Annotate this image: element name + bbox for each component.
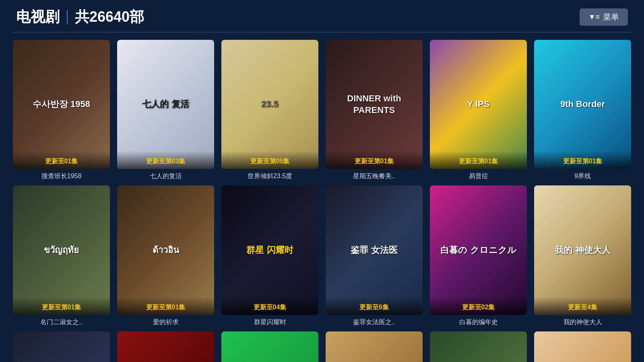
show-poster-7: ขวัญฤทัย更新至第01集 <box>13 185 110 315</box>
show-badge-9: 更新至04集 <box>221 297 318 315</box>
poster-overlay-8: ด้าวอิน <box>117 185 214 315</box>
show-poster-18: 心动 <box>534 331 631 362</box>
header-divider-line <box>12 32 632 33</box>
show-poster-9: 群星 闪耀时更新至04集 <box>221 185 318 315</box>
show-poster-12: 我的 神使大人更新至4集 <box>534 185 631 315</box>
poster-overlay-10: 鉴罪 女法医 <box>326 185 423 315</box>
poster-overlay-3: 23.5 <box>221 40 318 169</box>
show-card-11[interactable]: 白暮の クロニクル更新至02集白暮的编年史 <box>430 185 527 326</box>
show-card-9[interactable]: 群星 闪耀时更新至04集群星闪耀时 <box>221 185 318 326</box>
show-card-7[interactable]: ขวัญฤทัย更新至第01集名门二淑女之.. <box>13 185 110 326</box>
show-row-0: 수사반장 1958更新至01集搜查班长1958七人的 复活更新至第03集七人的复… <box>13 40 631 181</box>
show-poster-10: 鉴罪 女法医更新至6集 <box>326 185 423 315</box>
show-poster-5: Y IPS更新至第01集 <box>430 40 527 169</box>
poster-overlay-6: 9th Border <box>534 40 631 169</box>
show-badge-11: 更新至02集 <box>430 297 527 315</box>
show-row-1: ขวัญฤทัย更新至第01集名门二淑女之..ด้าวอิน更新至第01集爱的祈… <box>13 185 631 326</box>
show-card-15[interactable] <box>221 331 318 362</box>
show-title-12: 我的神使大人 <box>534 318 631 327</box>
show-poster-16 <box>326 331 423 362</box>
show-badge-2: 更新至第03集 <box>117 151 214 169</box>
show-title-1: 搜查班长1958 <box>13 172 110 181</box>
show-card-8[interactable]: ด้าวอิน更新至第01集爱的祈求 <box>117 185 214 326</box>
show-card-1[interactable]: 수사반장 1958更新至01集搜查班长1958 <box>13 40 110 181</box>
show-poster-11: 白暮の クロニクル更新至02集 <box>430 185 527 315</box>
menu-label: 菜单 <box>603 12 619 23</box>
show-badge-8: 更新至第01集 <box>117 297 214 315</box>
poster-overlay-9: 群星 闪耀时 <box>221 185 318 315</box>
header-divider <box>67 10 68 25</box>
show-title-10: 鉴罪女法医之.. <box>326 318 423 327</box>
show-card-16[interactable] <box>326 331 423 362</box>
poster-overlay-17: 风月 无边 <box>430 331 527 362</box>
show-card-14[interactable] <box>117 331 214 362</box>
show-poster-6: 9th Border更新至第01集 <box>534 40 631 169</box>
show-badge-5: 更新至第01集 <box>430 151 527 169</box>
page-title: 电视剧 <box>16 7 60 27</box>
show-card-13[interactable] <box>13 331 110 362</box>
show-title-6: 9界线 <box>534 172 631 181</box>
show-card-10[interactable]: 鉴罪 女法医更新至6集鉴罪女法医之.. <box>326 185 423 326</box>
show-poster-15 <box>221 331 318 362</box>
show-poster-3: 23.5更新至第05集 <box>221 40 318 169</box>
show-card-3[interactable]: 23.5更新至第05集世界倾斜23.5度 <box>221 40 318 181</box>
show-poster-4: DINNER with PARENTS更新至第01集 <box>326 40 423 169</box>
poster-overlay-12: 我的 神使大人 <box>534 185 631 315</box>
show-card-18[interactable]: 心动 <box>534 331 631 362</box>
show-poster-1: 수사반장 1958更新至01集 <box>13 40 110 169</box>
show-title-5: 易普症 <box>430 172 527 181</box>
filter-icon: ▼≡ <box>588 13 600 21</box>
show-badge-10: 更新至6集 <box>326 297 423 315</box>
show-card-6[interactable]: 9th Border更新至第01集9界线 <box>534 40 631 181</box>
show-card-5[interactable]: Y IPS更新至第01集易普症 <box>430 40 527 181</box>
show-badge-6: 更新至第01集 <box>534 151 631 169</box>
show-card-17[interactable]: 风月 无边 <box>430 331 527 362</box>
show-badge-1: 更新至01集 <box>13 151 110 169</box>
total-count: 共26640部 <box>75 7 144 27</box>
show-poster-17: 风月 无边 <box>430 331 527 362</box>
show-title-4: 星期五晚餐美.. <box>326 172 423 181</box>
show-title-2: 七人的复活 <box>117 172 214 181</box>
show-badge-12: 更新至4集 <box>534 297 631 315</box>
show-title-7: 名门二淑女之.. <box>13 318 110 327</box>
header-left: 电视剧 共26640部 <box>16 7 144 27</box>
poster-overlay-18: 心动 <box>534 331 631 362</box>
poster-overlay-5: Y IPS <box>430 40 527 169</box>
show-title-9: 群星闪耀时 <box>221 318 318 327</box>
show-badge-7: 更新至第01集 <box>13 297 110 315</box>
menu-button[interactable]: ▼≡ 菜单 <box>580 8 628 26</box>
show-poster-14 <box>117 331 214 362</box>
page-header: 电视剧 共26640部 ▼≡ 菜单 <box>0 0 644 32</box>
show-card-2[interactable]: 七人的 复活更新至第03集七人的复活 <box>117 40 214 181</box>
show-poster-2: 七人的 复活更新至第03集 <box>117 40 214 169</box>
show-badge-3: 更新至第05集 <box>221 151 318 169</box>
poster-overlay-11: 白暮の クロニクル <box>430 185 527 315</box>
show-title-8: 爱的祈求 <box>117 318 214 327</box>
shows-grid: 수사반장 1958更新至01集搜查班长1958七人的 复活更新至第03集七人的复… <box>0 40 644 362</box>
poster-overlay-1: 수사반장 1958 <box>13 40 110 169</box>
show-poster-8: ด้าวอิน更新至第01集 <box>117 185 214 315</box>
show-row-2: 风月 无边心动 <box>13 331 631 362</box>
show-card-4[interactable]: DINNER with PARENTS更新至第01集星期五晚餐美.. <box>326 40 423 181</box>
show-title-11: 白暮的编年史 <box>430 318 527 327</box>
poster-overlay-4: DINNER with PARENTS <box>326 40 423 169</box>
poster-overlay-2: 七人的 复活 <box>117 40 214 169</box>
poster-overlay-7: ขวัญฤทัย <box>13 185 110 315</box>
show-title-3: 世界倾斜23.5度 <box>221 172 318 181</box>
show-badge-4: 更新至第01集 <box>326 151 423 169</box>
show-poster-13 <box>13 331 110 362</box>
show-card-12[interactable]: 我的 神使大人更新至4集我的神使大人 <box>534 185 631 326</box>
